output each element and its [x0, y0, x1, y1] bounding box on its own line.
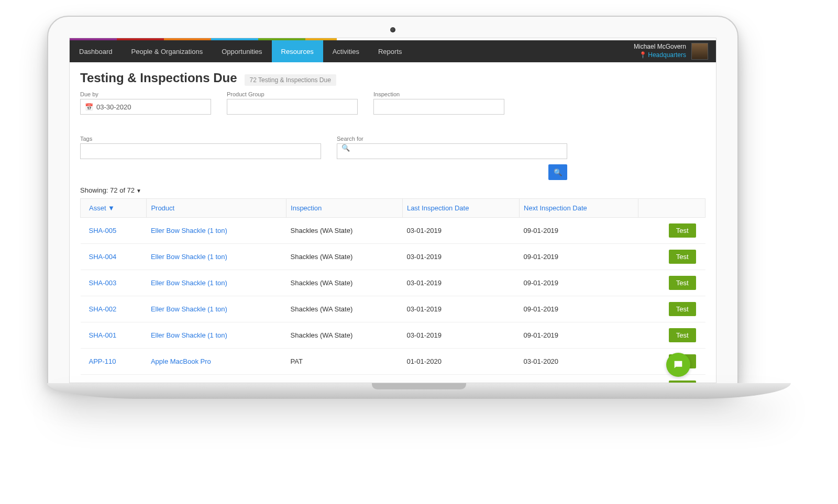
showing-count[interactable]: Showing: 72 of 72▼	[80, 186, 705, 194]
inspection-filter-label: Inspection	[373, 91, 504, 97]
due-by-label: Due by	[80, 91, 211, 97]
product-group-input[interactable]	[227, 99, 358, 115]
search-input[interactable]: 🔍	[337, 143, 567, 159]
nav-item-reports[interactable]: Reports	[369, 40, 412, 62]
user-name: Michael McGovern	[634, 43, 686, 51]
asset-link[interactable]: SHA-001	[89, 331, 117, 339]
chat-widget-button[interactable]	[666, 353, 690, 377]
asset-link[interactable]: APP-110	[89, 357, 116, 365]
last-date-cell: 03-01-2019	[402, 296, 519, 322]
asset-link[interactable]: SHA-004	[89, 253, 117, 261]
col-action	[638, 199, 705, 218]
product-link[interactable]: Eller Bow Shackle (1 ton)	[151, 305, 227, 313]
inspection-cell: Shackles (WA State)	[286, 218, 403, 244]
due-by-value: 03-30-2020	[96, 103, 131, 111]
search-icon: 🔍	[554, 169, 563, 176]
product-link[interactable]: Eller Bow Shackle (1 ton)	[151, 331, 227, 339]
nav-item-activities[interactable]: Activities	[323, 40, 369, 62]
calendar-icon: 📅	[85, 103, 93, 111]
product-link[interactable]: Apple MacBook Pro	[151, 357, 211, 365]
search-label: Search for	[337, 136, 567, 142]
last-date-cell: 03-01-2019	[402, 322, 519, 349]
col-inspection[interactable]: Inspection	[286, 199, 403, 218]
product-link[interactable]: Eller Bow Shackle (1 ton)	[151, 279, 227, 287]
inspection-cell: Shackles (WA State)	[286, 244, 403, 270]
col-product[interactable]: Product	[147, 199, 286, 218]
inspection-cell: Shackles (WA State)	[286, 296, 403, 322]
next-date-cell: 09-01-2019	[520, 270, 638, 296]
table-row: APP-110Apple MacBook ProPAT01-01-202003-…	[81, 349, 705, 375]
test-button[interactable]: Test	[669, 276, 696, 290]
inspection-cell: PAT	[286, 349, 403, 375]
nav-item-people-organizations[interactable]: People & Organizations	[122, 40, 213, 62]
laptop-camera	[390, 27, 395, 32]
main-nav: DashboardPeople & OrganizationsOpportuni…	[70, 40, 716, 62]
product-link[interactable]: Eller Bow Shackle (1 ton)	[151, 253, 227, 261]
inspections-table: Asset ▼ Product Inspection Last Inspecti…	[80, 198, 705, 383]
last-date-cell: 03-01-2019	[402, 218, 519, 244]
table-row: SHA-002Eller Bow Shackle (1 ton)Shackles…	[81, 296, 705, 322]
chat-icon	[672, 359, 684, 371]
table-row: SHA-004Eller Bow Shackle (1 ton)Shackles…	[81, 244, 705, 270]
table-row: APP-109Apple MacBook ProPAT01-01-202003-…	[81, 375, 705, 384]
table-row: SHA-003Eller Bow Shackle (1 ton)Shackles…	[81, 270, 705, 296]
next-date-cell: 09-01-2019	[520, 322, 638, 349]
table-row: SHA-001Eller Bow Shackle (1 ton)Shackles…	[81, 322, 705, 349]
user-menu[interactable]: Michael McGovern 📍Headquarters	[634, 43, 708, 60]
inspection-cell: Shackles (WA State)	[286, 270, 403, 296]
table-row: SHA-005Eller Bow Shackle (1 ton)Shackles…	[81, 218, 705, 244]
chevron-down-icon: ▼	[136, 188, 141, 194]
col-asset[interactable]: Asset ▼	[81, 199, 147, 218]
app-screen: DashboardPeople & OrganizationsOpportuni…	[69, 38, 716, 383]
test-button[interactable]: Test	[669, 223, 696, 238]
last-date-cell: 03-01-2019	[402, 244, 519, 270]
col-last-date[interactable]: Last Inspection Date	[402, 199, 519, 218]
next-date-cell: 09-01-2019	[520, 218, 638, 244]
inspection-cell: PAT	[286, 375, 403, 384]
asset-link[interactable]: SHA-005	[89, 227, 117, 234]
last-date-cell: 01-01-2020	[402, 349, 519, 375]
inspection-cell: Shackles (WA State)	[286, 322, 403, 349]
next-date-cell: 09-01-2019	[520, 244, 638, 270]
product-link[interactable]: Eller Bow Shackle (1 ton)	[151, 227, 227, 234]
nav-item-dashboard[interactable]: Dashboard	[70, 40, 122, 62]
location-pin-icon: 📍	[639, 51, 647, 59]
next-date-cell: 03-01-2020	[520, 349, 638, 375]
results-count-badge: 72 Testing & Inspections Due	[245, 74, 336, 86]
avatar[interactable]	[691, 43, 708, 60]
asset-link[interactable]: SHA-003	[89, 279, 117, 287]
tags-input[interactable]	[80, 143, 321, 159]
nav-item-opportunities[interactable]: Opportunities	[212, 40, 271, 62]
test-button[interactable]: Test	[669, 302, 696, 316]
search-icon: 🔍	[341, 144, 350, 152]
last-date-cell: 03-01-2019	[402, 270, 519, 296]
product-group-label: Product Group	[227, 91, 358, 97]
search-button[interactable]: 🔍	[548, 164, 567, 180]
due-by-input[interactable]: 📅 03-30-2020	[80, 99, 211, 115]
page-title: Testing & Inspections Due	[80, 71, 237, 85]
last-date-cell: 01-01-2020	[402, 375, 519, 384]
next-date-cell: 03-01-2020	[520, 375, 638, 384]
tags-label: Tags	[80, 136, 321, 142]
next-date-cell: 09-01-2019	[520, 296, 638, 322]
nav-item-resources[interactable]: Resources	[272, 40, 323, 62]
asset-link[interactable]: SHA-002	[89, 305, 117, 313]
col-next-date[interactable]: Next Inspection Date	[520, 199, 638, 218]
laptop-base	[47, 383, 791, 399]
user-location[interactable]: Headquarters	[648, 51, 686, 59]
test-button[interactable]: Test	[669, 328, 696, 342]
test-button[interactable]: Test	[669, 250, 696, 264]
inspection-filter-input[interactable]	[373, 99, 504, 115]
